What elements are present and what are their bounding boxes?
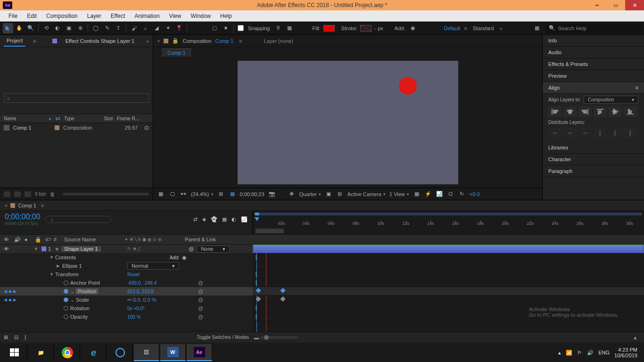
composition-viewer[interactable]: [153, 58, 542, 188]
minimize-button[interactable]: ━: [587, 0, 606, 10]
label-color-icon[interactable]: [55, 125, 59, 130]
taskbar-time[interactable]: 4:23 PM: [614, 347, 637, 353]
col-type[interactable]: Type: [64, 116, 92, 121]
pan-behind-tool[interactable]: ⊕: [75, 23, 85, 33]
prev-keyframe-icon[interactable]: ◀: [4, 289, 7, 294]
search-help-input[interactable]: 🔍 Search Help: [546, 24, 641, 33]
comp-menu-icon[interactable]: ≡: [239, 38, 242, 44]
transform-row[interactable]: ▼Transform Reset: [0, 270, 253, 279]
expression-pickwhip-icon[interactable]: @: [198, 288, 203, 294]
opacity-row[interactable]: Opacity 100 % @: [0, 313, 253, 321]
tl-menu-icon[interactable]: ≡: [41, 203, 44, 208]
stopwatch-icon[interactable]: [64, 314, 68, 319]
ae-taskbar-icon[interactable]: Ae: [187, 344, 212, 361]
col-framerate[interactable]: Frame R...: [117, 116, 139, 121]
timeline-tracks[interactable]: [253, 245, 644, 332]
view-dropdown[interactable]: 1 View: [389, 191, 409, 197]
glasses-icon[interactable]: 👓: [180, 191, 187, 197]
paragraph-panel[interactable]: Paragraph: [543, 165, 644, 177]
volume-icon[interactable]: 🔊: [587, 350, 594, 356]
distribute-top-button[interactable]: ═: [548, 128, 561, 138]
word-icon[interactable]: W: [160, 344, 186, 361]
toggle-in-out-icon[interactable]: {: [25, 334, 32, 341]
position-value[interactable]: 923.0, 223.8: [127, 289, 154, 294]
menu-file[interactable]: File: [4, 11, 22, 21]
flowchart-icon[interactable]: ⌬: [447, 191, 454, 197]
project-item-comp1[interactable]: Comp 1 Composition 29.97 ⌬: [0, 123, 153, 132]
menu-animation[interactable]: Animation: [130, 11, 164, 21]
menu-layer[interactable]: Layer: [83, 11, 106, 21]
comp-mini-flowchart-icon[interactable]: ⇄: [193, 216, 198, 222]
contents-add-button[interactable]: ◉: [182, 255, 187, 261]
prev-keyframe-icon[interactable]: ◀: [4, 297, 7, 302]
opacity-value[interactable]: 100 %: [127, 314, 140, 320]
region-icon[interactable]: ▣: [325, 191, 332, 197]
fill-swatch[interactable]: [323, 25, 335, 32]
cortana-icon[interactable]: [107, 344, 133, 361]
magnification-icon[interactable]: ▦: [157, 191, 165, 197]
distribute-hcenter-button[interactable]: ║: [609, 128, 622, 138]
align-target-dropdown[interactable]: Composition▾: [584, 96, 638, 104]
align-bottom-button[interactable]: [624, 107, 637, 117]
add-keyframe-icon[interactable]: ◆: [8, 289, 12, 294]
panel-menu-icon[interactable]: ≡: [33, 38, 36, 44]
close-tab-icon[interactable]: ×: [157, 38, 160, 44]
layer-none-tab[interactable]: Layer (none): [264, 38, 293, 44]
expression-pickwhip-icon[interactable]: @: [198, 314, 203, 320]
anchor-point-row[interactable]: Anchor Point -689.0, -248.4 @: [0, 279, 253, 287]
new-folder-icon[interactable]: [14, 191, 21, 197]
trash-icon[interactable]: 🗑: [50, 191, 55, 197]
eraser-tool[interactable]: ◢: [151, 23, 162, 33]
reset-exposure-icon[interactable]: ↻: [458, 191, 466, 197]
toggle-switches-icon[interactable]: ⊞: [4, 334, 11, 341]
resolution-icon[interactable]: ⊞: [217, 191, 225, 197]
selection-tool[interactable]: [3, 23, 13, 33]
flag-icon[interactable]: 🏳: [577, 350, 582, 355]
align-menu-icon[interactable]: ≡: [636, 85, 638, 90]
menu-edit[interactable]: Edit: [22, 11, 41, 21]
mask-mode-icon[interactable]: ▢: [209, 23, 220, 33]
ellipse-row[interactable]: ▶Ellipse 1 Normal▾: [0, 262, 253, 270]
app-icon[interactable]: 🖼: [134, 344, 159, 361]
expression-pickwhip-icon[interactable]: @: [198, 297, 203, 303]
graph-icon[interactable]: ⌄: [70, 297, 74, 303]
ie-icon[interactable]: e: [81, 344, 107, 361]
layout-dropdown[interactable]: Standard: [473, 25, 494, 31]
taskbar-date[interactable]: 10/6/2019: [614, 353, 637, 358]
stopwatch-icon[interactable]: [64, 280, 68, 285]
keyframe[interactable]: [280, 296, 285, 301]
expression-pickwhip-icon[interactable]: @: [198, 280, 203, 286]
lock-column-icon[interactable]: 🔒: [35, 237, 41, 243]
character-panel[interactable]: Character: [543, 154, 644, 165]
scale-row[interactable]: ◀◆▶ ⌄ Scale ⚯ 0.0, 0.0 % @: [0, 296, 253, 304]
fast-preview-icon[interactable]: ⚡: [424, 191, 432, 197]
chrome-icon[interactable]: [55, 344, 80, 361]
grid-icon[interactable]: ⊞: [336, 191, 344, 197]
hand-tool[interactable]: ✋: [14, 23, 25, 33]
file-explorer-icon[interactable]: 📁: [28, 344, 54, 361]
chevron-icon[interactable]: »: [499, 25, 502, 31]
zoom-tool[interactable]: 🔍: [25, 23, 36, 33]
toggle-pixel-icon[interactable]: ▦: [413, 191, 421, 197]
align-panel-header[interactable]: Align ≡: [543, 82, 644, 94]
scale-stopwatch-icon[interactable]: [64, 297, 68, 302]
anchor-value[interactable]: -689.0, -248.4: [127, 280, 157, 286]
camera-dropdown[interactable]: Active Camera: [347, 191, 386, 197]
timeline-search-input[interactable]: ⌕: [45, 216, 111, 223]
network-icon[interactable]: 📶: [566, 350, 572, 356]
orbit-tool[interactable]: ⟲: [41, 23, 51, 33]
exposure-value[interactable]: +0.0: [470, 191, 480, 197]
interpret-icon[interactable]: [4, 191, 10, 197]
draft-3d-icon[interactable]: ◈: [202, 216, 206, 222]
snapping-checkbox[interactable]: [238, 25, 244, 31]
zoom-slider[interactable]: [260, 336, 298, 339]
stopwatch-icon[interactable]: [64, 306, 68, 311]
menu-effect[interactable]: Effect: [106, 11, 130, 21]
frame-blend-icon[interactable]: ▦: [222, 216, 227, 222]
maximize-button[interactable]: ▭: [606, 0, 625, 10]
layer-visibility-icon[interactable]: 👁: [4, 246, 10, 252]
rotation-value[interactable]: 0x +0.0°: [127, 306, 145, 311]
transform-reset-link[interactable]: Reset: [127, 272, 140, 277]
time-navigator[interactable]: [255, 213, 642, 215]
parent-pickwhip-icon[interactable]: @: [189, 246, 194, 252]
